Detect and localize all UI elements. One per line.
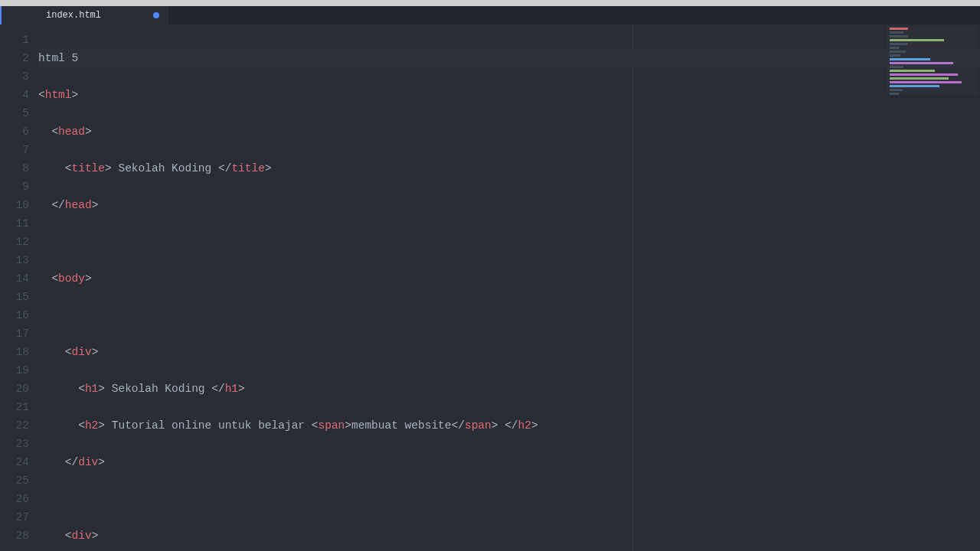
h2-text-a: Tutorial online untuk belajar xyxy=(105,419,312,432)
line-number: 14 xyxy=(0,269,29,288)
window-titlebar xyxy=(0,0,980,6)
editor-area[interactable]: 1 2 3 4 5 6 7 8 9 10 11 12 13 14 15 16 1… xyxy=(0,24,980,551)
code-line[interactable]: <div> xyxy=(38,527,980,545)
tab-bar: index.html xyxy=(0,6,980,24)
line-number: 20 xyxy=(0,380,29,398)
tab-index-html[interactable]: index.html xyxy=(0,6,168,24)
line-number: 7 xyxy=(0,141,29,159)
line-number: 15 xyxy=(0,288,29,306)
line-number: 1 xyxy=(0,31,29,49)
line-number: 25 xyxy=(0,471,29,490)
code-line[interactable]: <html> xyxy=(38,86,980,104)
line-number: 19 xyxy=(0,361,29,380)
code-line[interactable]: </head> xyxy=(38,196,980,214)
code-text: html 5 xyxy=(38,52,78,64)
line-number: 18 xyxy=(0,343,29,361)
line-number: 13 xyxy=(0,251,29,269)
title-text: Sekolah Koding xyxy=(112,162,218,174)
line-number: 16 xyxy=(0,306,29,324)
tab-filename: index.html xyxy=(46,10,101,21)
h2-span-text: membuat website xyxy=(351,419,452,432)
line-number: 5 xyxy=(0,104,29,122)
line-number: 23 xyxy=(0,435,29,453)
code-line[interactable]: html 5 xyxy=(38,49,980,67)
minimap[interactable] xyxy=(887,26,977,95)
code-line[interactable] xyxy=(38,306,980,324)
line-number: 6 xyxy=(0,122,29,141)
line-number: 9 xyxy=(0,178,29,196)
line-number: 28 xyxy=(0,527,29,545)
code-line[interactable]: <div> xyxy=(38,343,980,361)
line-number: 22 xyxy=(0,416,29,435)
line-number: 12 xyxy=(0,233,29,251)
code-line[interactable] xyxy=(38,490,980,508)
code-line[interactable]: <h1> Sekolah Koding </h1> xyxy=(38,380,980,398)
code-line[interactable]: <h2> Tutorial online untuk belajar <span… xyxy=(38,416,980,435)
modified-dot-icon xyxy=(153,12,159,18)
code-line[interactable] xyxy=(38,233,980,251)
line-number: 10 xyxy=(0,196,29,214)
code-line[interactable]: <head> xyxy=(38,122,980,141)
line-number: 24 xyxy=(0,453,29,471)
line-number: 17 xyxy=(0,324,29,343)
line-number: 21 xyxy=(0,398,29,416)
line-number: 27 xyxy=(0,508,29,527)
line-number: 3 xyxy=(0,67,29,86)
line-number-gutter: 1 2 3 4 5 6 7 8 9 10 11 12 13 14 15 16 1… xyxy=(0,24,38,551)
line-number: 4 xyxy=(0,86,29,104)
code-line[interactable]: <body> xyxy=(38,269,980,288)
line-number: 11 xyxy=(0,214,29,233)
line-number: 26 xyxy=(0,490,29,508)
line-number: 2 xyxy=(0,49,29,67)
code-content[interactable]: html 5 <html> <head> <title> Sekolah Kod… xyxy=(38,24,980,551)
line-number: 8 xyxy=(0,159,29,178)
code-line[interactable]: <title> Sekolah Koding </title> xyxy=(38,159,980,178)
code-line[interactable]: </div> xyxy=(38,453,980,471)
h1-text: Sekolah Koding xyxy=(105,383,211,395)
